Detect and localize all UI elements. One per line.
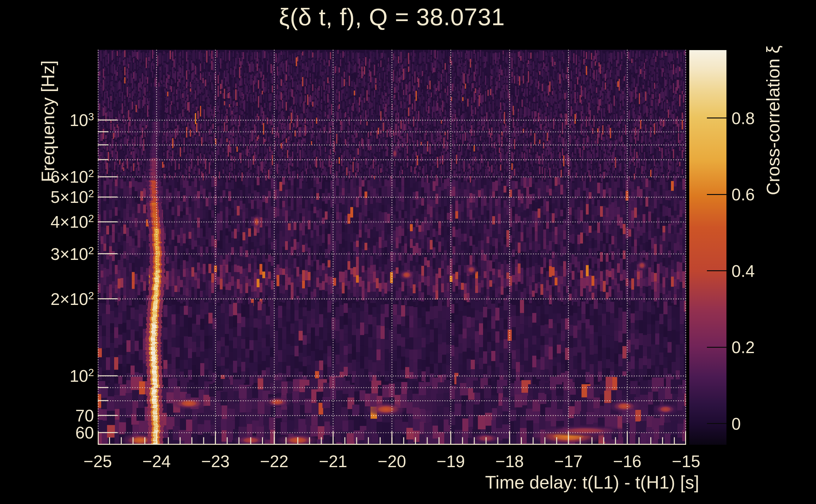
y-tick-label: 5×102 <box>50 187 94 207</box>
colorbar-tick-label: 0.6 <box>732 185 755 204</box>
colorbar-title: Cross-correlation ξ <box>763 45 784 195</box>
colorbar-tick <box>707 194 727 195</box>
colorbar-tick-label: 0.2 <box>732 338 755 357</box>
y-tick-label: 60 <box>75 423 94 442</box>
y-tick-label: 6×102 <box>50 167 94 186</box>
y-tick-label: 102 <box>70 366 94 386</box>
x-tick-label: −20 <box>378 452 406 471</box>
x-tick-label: −21 <box>319 452 347 471</box>
y-tick-label: 103 <box>70 111 94 130</box>
y-tick-label: 4×102 <box>50 212 94 232</box>
colorbar <box>689 50 727 445</box>
x-axis-title: Time delay: t(L1) - t(H1) [s] <box>485 472 699 493</box>
colorbar-tick <box>707 347 727 348</box>
y-tick-label: 3×102 <box>50 244 94 263</box>
x-tick-label: −24 <box>142 452 171 471</box>
x-tick-label: −23 <box>201 452 230 471</box>
plot-title: ξ(δ t, f), Q = 38.0731 <box>98 3 686 31</box>
colorbar-tick <box>707 270 727 271</box>
x-tick-label: −25 <box>83 452 112 471</box>
colorbar-tick <box>707 423 727 424</box>
colorbar-tick <box>707 117 727 118</box>
y-tick-label: 2×102 <box>50 289 94 308</box>
x-tick-label: −22 <box>260 452 289 471</box>
x-tick-label: −17 <box>554 452 583 471</box>
correlation-spectrogram-figure: ξ(δ t, f), Q = 38.0731 Frequency [Hz] −2… <box>0 0 816 504</box>
x-tick-label: −19 <box>437 452 465 471</box>
colorbar-tick-label: 0.4 <box>732 261 755 280</box>
y-axis-title: Frequency [Hz] <box>37 60 58 182</box>
colorbar-gradient <box>689 50 727 445</box>
x-tick-label: −15 <box>672 452 700 471</box>
y-tick-label: 70 <box>75 406 94 425</box>
spectrogram-heatmap <box>98 50 686 445</box>
x-tick-label: −16 <box>613 452 641 471</box>
colorbar-tick-label: 0.8 <box>732 108 755 128</box>
x-tick-label: −18 <box>495 452 524 471</box>
colorbar-tick-label: 0 <box>732 414 741 433</box>
